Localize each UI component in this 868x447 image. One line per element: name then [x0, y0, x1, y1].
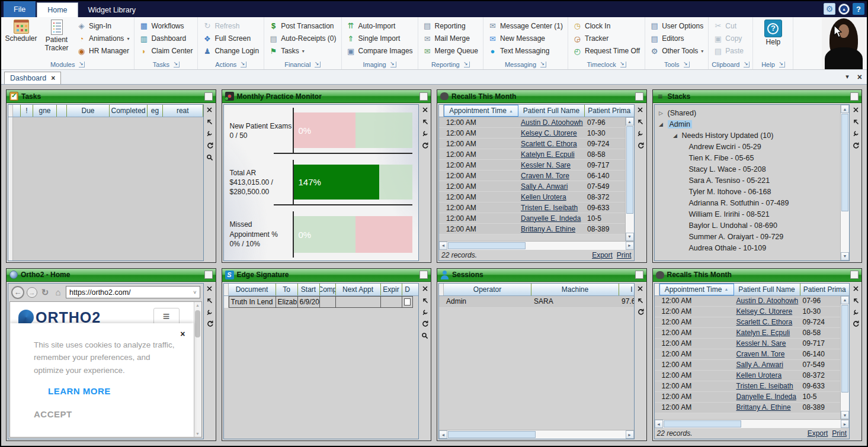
sign-in-button[interactable]: Sign-In	[75, 21, 131, 30]
close-widget-icon[interactable]	[852, 106, 860, 114]
column-header-appointment-time[interactable]: Appointment Time	[444, 105, 518, 117]
patient-link[interactable]: Craven M. Tore	[734, 350, 800, 358]
column-header[interactable]: D	[402, 284, 413, 295]
back-icon[interactable]	[11, 286, 24, 299]
patient-link[interactable]: Kelsey C. Utorere	[518, 129, 585, 137]
patient-link[interactable]: Kessler N. Sare	[734, 339, 800, 348]
auto-receipts-button[interactable]: Auto-Receipts (0)	[267, 34, 338, 43]
collapse-icon[interactable]	[672, 133, 678, 139]
patient-link[interactable]: Kessler N. Sare	[518, 161, 585, 169]
forward-icon[interactable]	[27, 287, 37, 298]
horizontal-scrollbar[interactable]	[655, 419, 850, 428]
column-header[interactable]: reat	[163, 105, 203, 117]
dialog-launcher-icon[interactable]	[620, 62, 626, 67]
print-link[interactable]: Print	[832, 429, 847, 438]
scroll-left-icon[interactable]	[655, 420, 663, 428]
collapse-ribbon-button[interactable]	[838, 4, 850, 15]
scrollbar-thumb[interactable]	[448, 242, 526, 249]
page-scrollbar[interactable]: ▲ ▼	[194, 302, 201, 438]
print-link[interactable]: Print	[617, 251, 632, 259]
scrollbar-thumb[interactable]	[841, 305, 848, 393]
tree-item-patient[interactable]: Stacy L. Wace - 05-208	[658, 163, 841, 175]
empty-task-list[interactable]	[13, 117, 203, 261]
patient-link[interactable]: Kelsey C. Utorere	[734, 307, 800, 316]
dialog-launcher-icon[interactable]	[684, 62, 690, 67]
vertical-scrollbar[interactable]	[625, 117, 634, 241]
close-widget-icon[interactable]	[421, 285, 429, 292]
scroll-right-icon[interactable]	[626, 430, 634, 439]
settings-wrench-icon[interactable]	[206, 130, 213, 137]
recall-row[interactable]: 12:00 AMKellen Urotera08-372	[439, 192, 625, 202]
patient-link[interactable]: Austin D. Atoohowh	[734, 297, 800, 305]
reporting-button[interactable]: Reporting	[421, 21, 480, 30]
widget-recalls-header[interactable]: Recalls This Month	[437, 90, 646, 103]
column-header[interactable]: Next Appt	[336, 284, 381, 295]
tree-item-patient[interactable]: Audrea Othale - 10-109	[658, 242, 841, 253]
search-widget-icon[interactable]	[206, 153, 213, 161]
tree-item-patient[interactable]: William E. Iririhi - 08-521	[658, 208, 841, 220]
widget-select-checkbox[interactable]	[635, 92, 643, 101]
patient-link[interactable]: Scarlett C. Ethora	[518, 140, 585, 148]
help-button[interactable]: Help	[756, 18, 790, 59]
url-input[interactable]: https://ortho2.com/	[66, 286, 200, 298]
refresh-widget-icon[interactable]	[852, 320, 860, 328]
horizontal-scrollbar[interactable]	[439, 430, 634, 439]
recall-row[interactable]: 12:00 AMKessler N. Sare09-717	[655, 339, 841, 349]
scroll-left-icon[interactable]	[439, 242, 447, 250]
recall-row[interactable]: 12:00 AMKelsey C. Utorere10-30	[439, 128, 625, 139]
popout-widget-icon[interactable]	[421, 297, 429, 304]
recall-row[interactable]: 12:00 AMDanyelle E. Indeda10-5	[439, 213, 625, 224]
close-widget-icon[interactable]	[636, 285, 644, 292]
url-dropdown-chevron-icon[interactable]	[193, 290, 196, 295]
recall-row[interactable]: 12:00 AMDanyelle E. Indeda10-5	[655, 392, 841, 403]
settings-wrench-icon[interactable]	[206, 308, 213, 316]
dialog-launcher-icon[interactable]	[390, 62, 396, 67]
auto-import-button[interactable]: Auto-Import	[345, 21, 415, 30]
widget-recalls-header[interactable]: Recalls This Month	[653, 269, 862, 282]
dialog-launcher-icon[interactable]	[744, 62, 750, 67]
patient-link[interactable]: Danyelle E. Indeda	[734, 393, 800, 401]
recall-row[interactable]: 12:00 AMCraven M. Tore06-140	[439, 171, 625, 181]
column-header-patient-id[interactable]: Patient Prima	[585, 105, 634, 117]
column-header-patient-name[interactable]: Patient Full Name	[734, 284, 800, 295]
column-header[interactable]: Completed	[110, 105, 148, 117]
single-import-button[interactable]: Single Import	[345, 34, 415, 43]
widget-stacks-header[interactable]: Stacks	[653, 90, 862, 103]
patient-link[interactable]: Craven M. Tore	[518, 172, 585, 180]
recall-row[interactable]: 12:00 AMKellen Urotera08-372	[655, 371, 841, 381]
column-header-appointment-time[interactable]: Appointment Time	[659, 284, 734, 295]
close-widget-icon[interactable]	[852, 285, 860, 292]
merge-queue-button[interactable]: Merge Queue	[421, 47, 480, 56]
scrollbar-thumb[interactable]	[195, 310, 200, 337]
close-widget-icon[interactable]	[206, 285, 213, 292]
widget-select-checkbox[interactable]	[204, 92, 213, 101]
dialog-launcher-icon[interactable]	[174, 62, 180, 67]
vertical-scrollbar[interactable]	[840, 105, 849, 261]
dialog-launcher-icon[interactable]	[79, 62, 85, 67]
settings-wrench-icon[interactable]	[421, 308, 429, 316]
tracker-button[interactable]: Tracker	[571, 34, 642, 43]
widget-select-checkbox[interactable]	[850, 271, 859, 279]
learn-more-link[interactable]: LEARN MORE	[48, 386, 187, 396]
scrollbar-thumb[interactable]	[664, 420, 741, 427]
selected-tree-item[interactable]: Admin	[668, 120, 692, 128]
patient-link[interactable]: Kellen Urotera	[518, 193, 585, 201]
message-center-button[interactable]: Message Center (1)	[486, 21, 565, 30]
refresh-widget-icon[interactable]	[421, 142, 429, 149]
scroll-up-icon[interactable]	[841, 105, 849, 113]
column-header[interactable]: To	[276, 284, 298, 295]
recall-row[interactable]: 12:00 AMScarlett C. Ethora09-724	[655, 317, 841, 328]
recall-row[interactable]: 12:00 AMTristen E. Iseibath09-633	[655, 381, 841, 392]
dialog-launcher-icon[interactable]	[464, 62, 470, 67]
column-header[interactable]: Expir	[381, 284, 402, 295]
widget-select-checkbox[interactable]	[204, 271, 213, 279]
dialog-launcher-icon[interactable]	[540, 62, 546, 67]
scroll-down-icon[interactable]	[626, 233, 634, 241]
refresh-widget-icon[interactable]	[636, 142, 644, 149]
recall-row[interactable]: 12:00 AMCraven M. Tore06-140	[655, 349, 841, 360]
column-header[interactable]: Due	[67, 105, 110, 117]
session-row[interactable]: Admin SARA 97.6	[439, 296, 634, 308]
claim-center-button[interactable]: Claim Center	[137, 47, 194, 56]
editors-button[interactable]: Editors	[648, 34, 705, 43]
export-link[interactable]: Export	[808, 429, 828, 438]
